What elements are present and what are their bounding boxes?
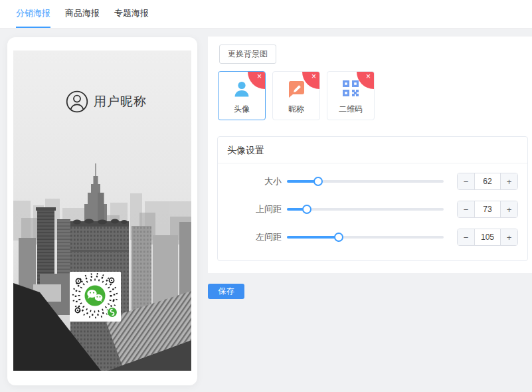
left-margin-slider-fill <box>287 236 339 239</box>
close-icon: × <box>257 72 262 81</box>
tab-topic-poster[interactable]: 专题海报 <box>114 0 149 28</box>
top-margin-value-input[interactable]: 73 <box>475 201 500 217</box>
size-stepper: − 62 + <box>457 173 518 190</box>
change-background-button[interactable]: 更换背景图 <box>219 45 276 64</box>
left-margin-stepper: − 105 + <box>457 229 518 246</box>
poster-nickname-text: 用户昵称 <box>94 93 147 110</box>
size-slider-row: 大小 − 62 + <box>218 167 527 195</box>
size-increase-button[interactable]: + <box>500 173 517 189</box>
avatar-settings-panel: 头像设置 大小 − 62 + 上间距 <box>217 136 528 261</box>
poster-preview-card: 用户昵称 <box>7 37 197 385</box>
top-margin-decrease-button[interactable]: − <box>458 201 475 217</box>
size-slider-knob[interactable] <box>313 177 323 186</box>
left-margin-value-input[interactable]: 105 <box>475 229 500 245</box>
top-margin-increase-button[interactable]: + <box>500 201 517 217</box>
top-margin-slider-knob[interactable] <box>302 205 311 214</box>
wechat-miniprogram-qr-icon <box>70 272 121 322</box>
top-margin-slider[interactable] <box>287 208 444 211</box>
save-button[interactable]: 保存 <box>208 284 244 299</box>
element-card-qrcode[interactable]: 二维码 × <box>327 71 375 120</box>
poster-elements-row: 头像 × 昵称 × <box>218 71 375 120</box>
tab-distribution-poster[interactable]: 分销海报 <box>16 0 50 28</box>
element-card-label: 昵称 <box>288 104 304 115</box>
left-margin-slider-row: 左间距 − 105 + <box>218 223 527 251</box>
element-card-label: 二维码 <box>339 104 363 115</box>
top-margin-slider-row: 上间距 − 73 + <box>218 195 527 223</box>
nickname-edit-icon <box>286 79 306 102</box>
element-card-label: 头像 <box>234 104 250 115</box>
avatar-placeholder-icon <box>66 90 88 113</box>
poster-qrcode-element[interactable] <box>70 272 121 322</box>
avatar-settings-title: 头像设置 <box>218 137 527 163</box>
qrcode-icon <box>341 79 360 100</box>
avatar-person-icon <box>232 79 252 102</box>
top-margin-stepper: − 73 + <box>457 201 518 218</box>
top-margin-label: 上间距 <box>218 203 282 215</box>
close-icon: × <box>366 72 371 81</box>
left-margin-slider[interactable] <box>287 236 444 239</box>
tab-bar: 分销海报 商品海报 专题海报 <box>0 0 532 29</box>
element-card-nickname[interactable]: 昵称 × <box>272 71 320 120</box>
left-margin-label: 左间距 <box>218 231 282 243</box>
close-icon: × <box>311 72 316 81</box>
editor-panel: 更换背景图 头像 × 昵称 × <box>208 37 532 273</box>
size-label: 大小 <box>218 175 282 187</box>
size-value-input[interactable]: 62 <box>475 173 500 189</box>
left-margin-decrease-button[interactable]: − <box>458 229 475 245</box>
poster-avatar-element[interactable]: 用户昵称 <box>66 90 147 113</box>
left-margin-increase-button[interactable]: + <box>500 229 517 245</box>
size-decrease-button[interactable]: − <box>458 173 475 189</box>
poster-stage: 用户昵称 <box>13 50 191 371</box>
size-slider[interactable] <box>287 180 444 183</box>
left-margin-slider-knob[interactable] <box>334 233 343 242</box>
element-card-avatar[interactable]: 头像 × <box>218 71 266 120</box>
tab-product-poster[interactable]: 商品海报 <box>65 0 100 28</box>
